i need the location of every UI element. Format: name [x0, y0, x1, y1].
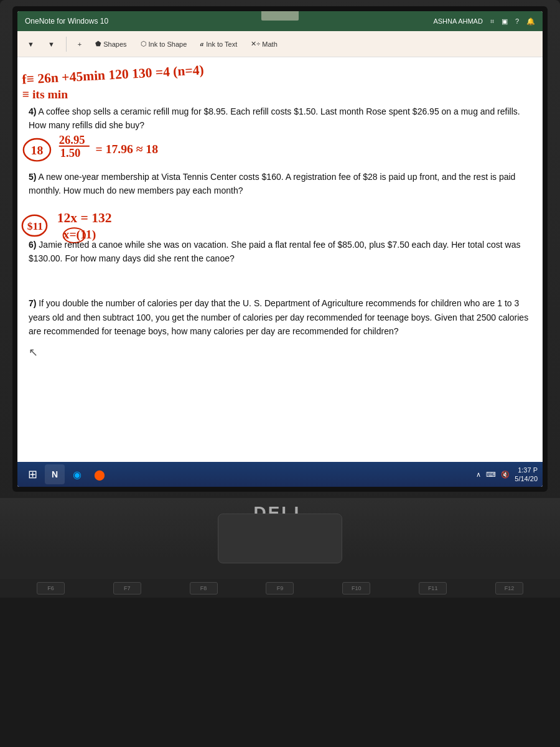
keyboard-area: F6 F7 F8 F9 F10 F11 F12 [0, 579, 560, 598]
taskbar-right-area: ∧ ⌨ 🔇 1:37 P 5/14/20 [476, 466, 538, 484]
key-f11[interactable]: F11 [419, 582, 447, 594]
toolbar: ▼ ▼ + ⬟ Shapes ⬡ Ink to Shape [17, 31, 543, 57]
laptop-base: DELL F6 F7 F8 F9 F10 F11 F12 [0, 498, 560, 598]
taskbar-chrome-icon[interactable]: ⬤ [90, 464, 110, 484]
problem-5-answer-space [29, 203, 531, 229]
redo-button[interactable]: ▼ [43, 38, 60, 50]
app-title: OneNote for Windows 10 [25, 17, 433, 26]
app-title-text: OneNote for Windows 10 [25, 17, 108, 26]
problem-7-number: 7) [29, 298, 36, 308]
shapes-label: Shapes [103, 40, 126, 48]
math-button[interactable]: ✕÷ Math [246, 37, 282, 50]
taskbar-browser-icon[interactable]: ◉ [67, 464, 87, 484]
problem-4-answer-space [29, 138, 531, 161]
problem-6-answer-space [29, 270, 531, 288]
problem-5: 5) A new one-year membership at Vista Te… [29, 170, 531, 229]
problem-7-text: 7) If you double the number of calories … [29, 296, 531, 338]
problem-6-number: 6) [29, 240, 36, 250]
expand-icon[interactable]: ⌗ [490, 17, 494, 26]
clock-display: 1:37 P 5/14/20 [515, 466, 538, 484]
clock-date: 5/14/20 [515, 474, 538, 483]
ink-to-text-icon: 𝒂 [200, 40, 204, 48]
trackpad[interactable] [218, 514, 342, 563]
key-f10[interactable]: F10 [342, 582, 370, 594]
display-icon[interactable]: ▣ [502, 17, 508, 26]
undo-button[interactable]: ▼ [22, 38, 39, 50]
problem-4-number: 4) [29, 106, 36, 116]
ink-to-shape-button[interactable]: ⬡ Ink to Shape [136, 37, 192, 50]
toolbar-sep-1 [66, 37, 67, 52]
problem-4: 4) A coffee shop sells a ceramic refill … [29, 105, 531, 161]
problem-5-text: 5) A new one-year membership at Vista Te… [29, 170, 531, 198]
windows-icon[interactable]: ⊞ [22, 464, 42, 484]
title-bar-right: ASHNA AHMAD ⌗ ▣ ? 🔔 [433, 17, 535, 26]
key-f7[interactable]: F7 [113, 582, 141, 594]
problem-4-text: 4) A coffee shop sells a ceramic refill … [29, 105, 531, 133]
undo-icon: ▼ [27, 40, 34, 48]
problem-5-number: 5) [29, 172, 36, 182]
redo-icon: ▼ [48, 40, 55, 48]
problem-6-text: 6) Jamie rented a canoe while she was on… [29, 238, 531, 266]
content-area: f≡ 26n +45min 120 130 =4 (n=4) ≡ its min… [17, 57, 543, 487]
ink-to-text-label: Ink to Text [206, 40, 237, 48]
user-name: ASHNA AHMAD [433, 17, 482, 25]
problem-6-body: Jamie rented a canoe while she was on va… [29, 240, 520, 263]
help-icon[interactable]: ? [515, 17, 519, 25]
taskbar: ⊞ N ◉ ⬤ ∧ ⌨ 🔇 [17, 462, 543, 487]
keyboard-icon: ⌨ [486, 471, 496, 479]
ink-to-text-button[interactable]: 𝒂 Ink to Text [195, 37, 242, 50]
problem-7-body: If you double the number of calories per… [29, 298, 528, 336]
cursor-area: ↖ [29, 344, 531, 354]
key-f9[interactable]: F9 [266, 582, 294, 594]
ink-to-shape-icon: ⬡ [141, 40, 147, 48]
tape-decoration [261, 11, 299, 21]
key-f6[interactable]: F6 [37, 582, 65, 594]
annotation-spacer-top [29, 66, 531, 105]
shapes-icon: ⬟ [95, 40, 101, 48]
problem-4-body: A coffee shop sells a ceramic refill mug… [29, 106, 520, 130]
shapes-button[interactable]: ⬟ Shapes [90, 37, 131, 50]
problem-6: 6) Jamie rented a canoe while she was on… [29, 238, 531, 288]
math-icon: ✕÷ [251, 40, 260, 48]
key-f12[interactable]: F12 [495, 582, 523, 594]
bell-icon[interactable]: 🔔 [526, 17, 535, 26]
clock-time: 1:37 P [515, 466, 538, 474]
volume-icon[interactable]: 🔇 [501, 471, 510, 479]
problem-5-body: A new one-year membership at Vista Tenni… [29, 172, 515, 195]
key-f8[interactable]: F8 [190, 582, 218, 594]
add-button[interactable]: + [73, 38, 86, 50]
taskbar-onenote-icon[interactable]: N [45, 464, 65, 484]
problems-container: 4) A coffee shop sells a ceramic refill … [17, 57, 543, 371]
taskbar-chevron-icon[interactable]: ∧ [476, 471, 481, 479]
math-label: Math [262, 40, 277, 48]
ink-to-shape-label: Ink to Shape [149, 40, 187, 48]
problem-7: 7) If you double the number of calories … [29, 296, 531, 353]
plus-icon: + [78, 40, 82, 48]
